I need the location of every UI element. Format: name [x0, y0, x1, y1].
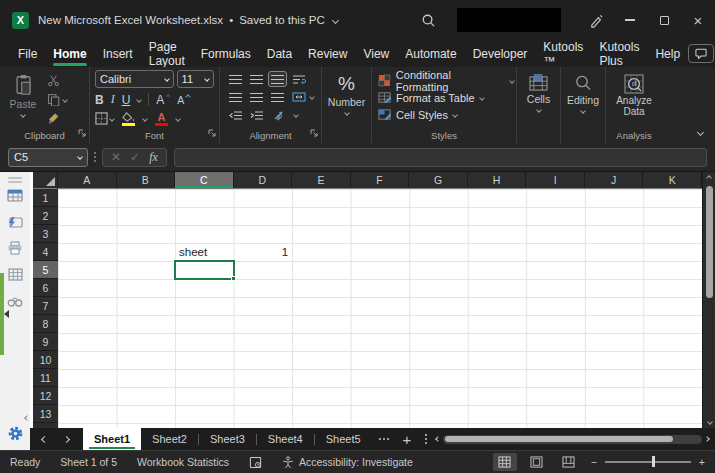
insert-function-button[interactable]: fx	[149, 150, 158, 165]
ribbon-tab-help[interactable]: Help	[647, 40, 688, 67]
collapse-ribbon-button[interactable]	[697, 129, 704, 136]
ribbon-tab-formulas[interactable]: Formulas	[193, 40, 259, 67]
font-color-button[interactable]: A	[155, 112, 168, 126]
font-size-combobox[interactable]: 11	[177, 70, 214, 88]
previous-sheet-button[interactable]	[41, 435, 48, 442]
column-header-k[interactable]: K	[643, 172, 702, 188]
align-top-button[interactable]	[226, 71, 245, 87]
conditional-formatting-button[interactable]: Conditional Formatting	[374, 72, 514, 89]
ribbon-tab-home[interactable]: Home	[45, 40, 94, 67]
sheet-tab-sheet4[interactable]: Sheet4	[257, 428, 314, 450]
horizontal-scroll-track[interactable]	[443, 435, 702, 444]
vertical-scroll-thumb[interactable]	[706, 186, 713, 298]
sidebar-printer-button[interactable]	[0, 237, 30, 263]
zoom-slider-track[interactable]	[605, 461, 691, 463]
row-header-6[interactable]: 6	[33, 279, 58, 297]
fill-color-button[interactable]	[122, 112, 135, 126]
row-header-10[interactable]: 10	[33, 351, 58, 369]
align-middle-button[interactable]	[247, 71, 266, 87]
sheet-tab-sheet5[interactable]: Sheet5	[315, 428, 372, 450]
vertical-scrollbar[interactable]	[702, 172, 715, 428]
more-sheets-button[interactable]	[372, 428, 396, 450]
row-header-5[interactable]: 5	[33, 261, 58, 279]
alignment-dialog-launcher[interactable]	[310, 123, 318, 141]
row-header-3[interactable]: 3	[33, 225, 58, 243]
ribbon-tab-review[interactable]: Review	[300, 40, 355, 67]
orientation-dropdown[interactable]	[293, 112, 299, 118]
zoom-slider-handle[interactable]	[652, 456, 655, 467]
font-dialog-launcher[interactable]	[208, 123, 216, 141]
format-painter-button[interactable]	[44, 110, 70, 126]
number-format-button[interactable]: % Number	[324, 70, 369, 127]
ribbon-tab-developer[interactable]: Developer	[465, 40, 536, 67]
font-color-dropdown[interactable]	[175, 116, 181, 122]
ink-pen-button[interactable]	[579, 0, 613, 40]
column-header-e[interactable]: E	[292, 172, 351, 188]
name-box[interactable]: C5	[8, 148, 88, 167]
column-header-b[interactable]: B	[117, 172, 176, 188]
cells-area[interactable]: sheet1	[58, 189, 702, 428]
borders-button[interactable]	[95, 112, 114, 125]
ribbon-tab-insert[interactable]: Insert	[95, 40, 141, 67]
formula-bar-grip[interactable]	[94, 152, 96, 162]
ribbon-tab-data[interactable]: Data	[259, 40, 300, 67]
font-name-combobox[interactable]: Calibri	[95, 70, 174, 88]
cell-styles-button[interactable]: Cell Styles	[374, 106, 514, 123]
close-button[interactable]: ×	[681, 0, 715, 40]
row-header-1[interactable]: 1	[33, 189, 58, 207]
sidebar-pane-flash-button[interactable]	[0, 211, 30, 237]
ribbon-tab-view[interactable]: View	[355, 40, 397, 67]
accessibility-checker-button[interactable]: Accessibility: Investigate	[272, 451, 423, 473]
scroll-left-button[interactable]	[436, 436, 442, 442]
column-header-g[interactable]: G	[409, 172, 468, 188]
underline-dropdown[interactable]	[137, 97, 143, 103]
cut-button[interactable]	[44, 73, 70, 89]
analyze-data-button[interactable]: Analyze Data	[608, 70, 660, 127]
sheet-tab-sheet1[interactable]: Sheet1	[83, 428, 141, 450]
sheet-tab-sheet2[interactable]: Sheet2	[141, 428, 198, 450]
selection-box[interactable]	[174, 260, 235, 280]
wrap-text-button[interactable]	[289, 71, 308, 87]
ribbon-tab-kutools[interactable]: Kutools ™	[535, 40, 591, 67]
scroll-up-button[interactable]	[703, 172, 715, 184]
column-header-d[interactable]: D	[234, 172, 293, 188]
column-header-j[interactable]: J	[585, 172, 644, 188]
normal-view-button[interactable]	[493, 453, 517, 471]
minimize-button[interactable]	[613, 0, 647, 40]
underline-button[interactable]: U	[122, 93, 131, 107]
cells-button[interactable]: Cells	[519, 70, 558, 127]
column-header-h[interactable]: H	[468, 172, 527, 188]
search-button[interactable]	[411, 0, 445, 40]
cell-d4[interactable]: 1	[234, 243, 293, 261]
column-header-a[interactable]: A	[58, 172, 117, 188]
page-layout-view-button[interactable]	[525, 453, 549, 471]
grow-font-button[interactable]: A^	[156, 93, 170, 107]
new-sheet-button[interactable]: +	[396, 428, 419, 450]
sidebar-handle[interactable]	[8, 177, 22, 179]
editing-button[interactable]: Editing	[563, 70, 603, 127]
workbook-statistics-button[interactable]: Workbook Statistics	[127, 451, 239, 473]
column-header-f[interactable]: F	[351, 172, 410, 188]
align-center-button[interactable]	[247, 89, 266, 105]
increase-indent-button[interactable]	[247, 107, 266, 123]
document-title[interactable]: New Microsoft Excel Worksheet.xlsx • Sav…	[38, 14, 338, 26]
excel-logo-icon[interactable]: X	[12, 12, 29, 29]
sheet-options-button[interactable]	[418, 428, 434, 450]
bold-button[interactable]: B	[95, 93, 104, 107]
merge-dropdown[interactable]	[309, 94, 315, 100]
row-header-2[interactable]: 2	[33, 207, 58, 225]
ribbon-tab-file[interactable]: File	[10, 40, 45, 67]
align-left-button[interactable]	[226, 89, 245, 105]
copy-button[interactable]	[44, 92, 70, 108]
clipboard-dialog-launcher[interactable]	[78, 123, 86, 141]
horizontal-scroll-thumb[interactable]	[445, 436, 673, 442]
row-header-12[interactable]: 12	[33, 387, 58, 405]
ribbon-tab-page-layout[interactable]: Page Layout	[141, 40, 193, 67]
formula-input[interactable]	[174, 148, 707, 167]
sidebar-table-button[interactable]	[0, 263, 30, 289]
scroll-down-button[interactable]	[703, 416, 715, 428]
select-all-button[interactable]	[33, 172, 58, 189]
cell-c4[interactable]: sheet	[175, 243, 234, 261]
ribbon-tab-kutools-plus[interactable]: Kutools Plus	[591, 40, 647, 67]
orientation-button[interactable]: ab	[268, 107, 292, 123]
